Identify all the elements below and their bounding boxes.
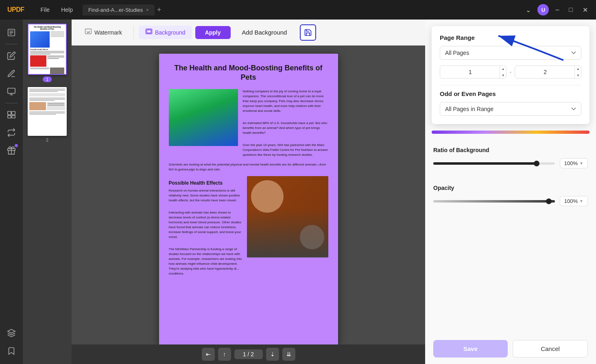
pdf-intro-text: Nothing compares to the joy of coming ho… <box>243 89 328 157</box>
menu-help[interactable]: Help <box>55 5 79 15</box>
background-button[interactable]: Background <box>139 26 192 39</box>
tab-area: Find-and-A...er-Studies × + <box>83 4 523 15</box>
panel-footer: Save Cancel <box>425 333 596 364</box>
pdf-body-1: Nothing compares to the joy of coming ho… <box>243 89 328 113</box>
watermark-button[interactable]: Watermark <box>78 26 129 39</box>
cancel-button[interactable]: Cancel <box>513 340 588 357</box>
opacity-slider-thumb[interactable] <box>546 198 552 204</box>
ratio-slider-fill <box>433 162 537 165</box>
range-to-spinners: ▲ ▼ <box>574 65 581 78</box>
svg-marker-10 <box>8 329 15 333</box>
gradient-preview <box>432 131 589 134</box>
dropdown-panel: Page Range All Pages ▲ ▼ - ▲ <box>432 26 589 124</box>
content-area: Watermark Background Apply Add Backgroun… <box>72 20 425 364</box>
page-navigation: ⇤ ↑ 1 / 2 ⇣ ⇊ <box>72 344 425 364</box>
ratio-percent-badge[interactable]: 100% ▼ <box>560 158 588 168</box>
main-layout: The Health and Mood-Boosting Benefits of… <box>0 20 596 364</box>
opacity-value: 100% <box>564 198 578 204</box>
watermark-label: Watermark <box>94 29 122 36</box>
range-to-down[interactable]: ▼ <box>575 72 581 78</box>
sidebar-item-organize[interactable] <box>3 107 20 123</box>
sidebar-item-annotate[interactable] <box>3 65 20 82</box>
background-icon <box>145 28 153 37</box>
save-button[interactable]: Save <box>433 340 508 357</box>
svg-rect-7 <box>8 116 11 118</box>
ratio-slider-thumb[interactable] <box>534 161 539 166</box>
thumbnail-page-2[interactable]: 2 <box>28 87 67 142</box>
maximize-icon[interactable]: □ <box>565 4 576 15</box>
svg-rect-11 <box>85 29 92 34</box>
chevron-down-icon[interactable]: ⌄ <box>522 4 534 15</box>
thumbnail-panel: The Health and Mood-Boosting Benefits of… <box>23 20 72 364</box>
pdf-body-3: Over the past 10 years, NIH has partnere… <box>243 143 328 157</box>
sidebar-divider-1 <box>5 44 17 44</box>
pdf-dog-image <box>247 176 328 257</box>
pdf-section1-title: Possible Health Effects <box>169 180 242 186</box>
ratio-chevron-icon: ▼ <box>579 161 583 166</box>
last-page-button[interactable]: ⇊ <box>282 348 295 361</box>
left-sidebar <box>0 20 23 364</box>
watermark-icon <box>85 28 92 37</box>
svg-rect-8 <box>12 116 15 118</box>
tab-close-btn[interactable]: × <box>146 7 148 12</box>
ratio-value: 100% <box>564 160 578 166</box>
opacity-slider-row: 100% ▼ <box>433 196 588 206</box>
next-page-button[interactable]: ⇣ <box>266 348 279 361</box>
svg-rect-13 <box>147 30 151 33</box>
range-to-up[interactable]: ▲ <box>575 65 581 72</box>
pdf-section-row: Possible Health Effects Research on huma… <box>169 176 328 276</box>
sidebar-divider-2 <box>5 103 17 103</box>
thumbnail-page-1[interactable]: The Health and Mood-Boosting Benefits of… <box>28 24 67 82</box>
range-row: ▲ ▼ - ▲ ▼ <box>440 65 581 78</box>
ratio-slider-track[interactable] <box>433 162 555 165</box>
panel-divider-1 <box>440 85 581 85</box>
range-to-wrap: ▲ ▼ <box>515 65 581 78</box>
page-num-2: 2 <box>46 137 48 142</box>
sidebar-item-layers[interactable] <box>3 325 20 341</box>
menu-file[interactable]: File <box>35 5 56 15</box>
thumb-frame-1: The Health and Mood-Boosting Benefits of… <box>28 24 67 75</box>
prev-page-button[interactable]: ↑ <box>218 348 231 361</box>
toolbar: Watermark Background Apply Add Backgroun… <box>72 20 425 46</box>
opacity-slider-track[interactable] <box>433 200 555 203</box>
minimize-icon[interactable]: – <box>552 4 562 15</box>
pdf-title: The Health and Mood-Boosting Benefits of… <box>169 63 328 83</box>
range-from-input[interactable] <box>440 65 506 78</box>
range-to-input[interactable] <box>515 65 581 78</box>
all-pages-select[interactable]: All Pages <box>440 46 581 60</box>
first-page-button[interactable]: ⇤ <box>202 348 215 361</box>
sidebar-item-bookmark[interactable] <box>3 343 20 359</box>
page-badge-1: 1 <box>43 76 52 82</box>
save-icon-button[interactable] <box>300 24 316 41</box>
sidebar-item-reader[interactable] <box>3 24 20 41</box>
titlebar: UPDF File Help Find-and-A...er-Studies ×… <box>0 0 596 20</box>
close-icon[interactable]: ✕ <box>579 4 591 15</box>
thumb-frame-2 <box>28 87 67 136</box>
right-panel: Page Range All Pages ▲ ▼ - ▲ <box>425 20 596 364</box>
sidebar-item-pages[interactable] <box>3 83 20 100</box>
opacity-section: Opacity 100% ▼ <box>425 178 596 216</box>
range-from-wrap: ▲ ▼ <box>440 65 506 78</box>
range-from-down[interactable]: ▼ <box>500 72 506 78</box>
page-range-title: Page Range <box>440 34 581 41</box>
apply-button[interactable]: Apply <box>195 26 231 39</box>
sidebar-item-edit[interactable] <box>3 48 20 64</box>
ratio-section: Ratio of Background 100% ▼ <box>425 140 596 178</box>
tab-add-btn[interactable]: + <box>157 6 162 14</box>
active-tab[interactable]: Find-and-A...er-Studies × <box>83 4 155 15</box>
add-background-button[interactable]: Add Background <box>234 26 295 39</box>
odd-even-select[interactable]: All Pages in Range <box>440 102 581 116</box>
range-dash: - <box>510 69 512 75</box>
background-label: Background <box>155 29 186 36</box>
pdf-viewer[interactable]: The Health and Mood-Boosting Benefits of… <box>72 46 425 344</box>
add-background-label: Add Background <box>242 29 287 36</box>
user-avatar[interactable]: U <box>537 4 549 15</box>
pdf-main-section: Nothing compares to the joy of coming ho… <box>169 89 328 157</box>
range-from-up[interactable]: ▲ <box>500 65 506 72</box>
opacity-percent-badge[interactable]: 100% ▼ <box>560 196 588 206</box>
toolbar-separator <box>133 26 134 39</box>
opacity-title: Opacity <box>433 185 588 191</box>
sidebar-item-gift[interactable] <box>3 142 20 159</box>
sidebar-item-convert[interactable] <box>3 124 20 141</box>
title-right-controls: ⌄ U – □ ✕ <box>522 4 591 15</box>
